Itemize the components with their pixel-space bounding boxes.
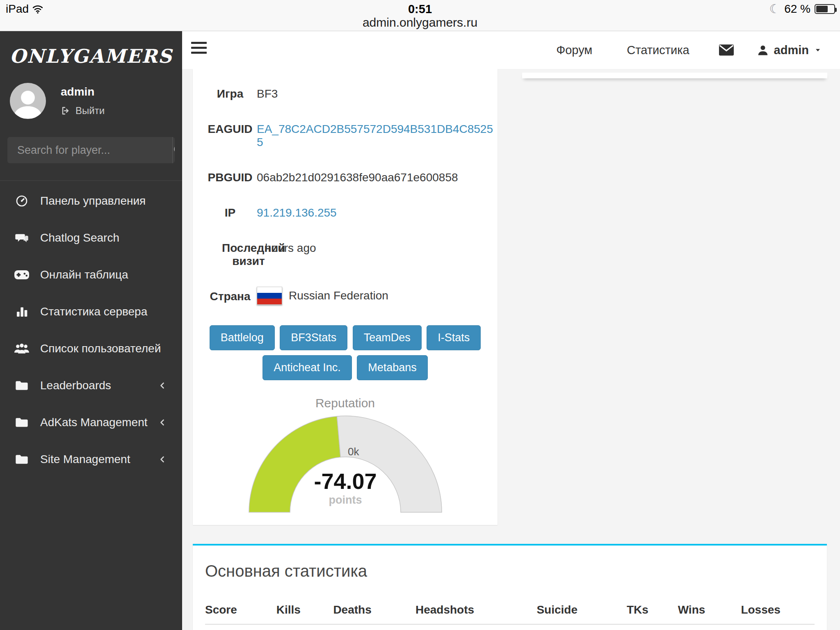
folder-icon	[12, 416, 31, 429]
metabans-button[interactable]: Metabans	[357, 355, 428, 380]
search-button[interactable]	[172, 137, 175, 163]
row-label: Игра	[203, 87, 257, 100]
sidebar-username: admin	[61, 85, 105, 98]
sidebar-item-leaderboards[interactable]: Leaderboards	[0, 367, 182, 404]
external-links: Battlelog BF3Stats TeamDes I-Stats Antic…	[193, 324, 498, 381]
gauge-title: Reputation	[193, 396, 498, 410]
search-input[interactable]	[7, 137, 172, 163]
folder-icon	[12, 453, 31, 466]
person-icon	[10, 85, 46, 119]
chevron-left-icon	[158, 418, 167, 427]
gamepad-icon	[12, 269, 31, 281]
sidebar-menu: Панель управления Chatlog Search Онл	[0, 183, 182, 478]
info-row-country: Страна Russian Federation	[203, 279, 498, 316]
gauge-value: -74.07	[314, 469, 377, 493]
row-label: Страна	[203, 290, 257, 303]
col-score: Score	[205, 603, 276, 616]
chevron-left-icon	[158, 381, 167, 390]
moon-icon: ☾	[769, 3, 780, 15]
dashboard-icon	[12, 194, 31, 208]
sidebar-item-label: AdKats Management	[40, 416, 148, 429]
caret-down-icon	[814, 46, 822, 54]
eaguid-link[interactable]: EA_78C2ACD2B557572D594B531DB4C85255	[257, 123, 498, 149]
player-info-card: Игра BF3 EAGUID EA_78C2ACD2B557572D594B5…	[193, 69, 498, 525]
col-wins: Wins	[678, 603, 741, 616]
row-value: BF3	[257, 87, 278, 100]
bar-chart-icon	[12, 305, 31, 318]
top-navbar: Форум Статистика admin	[182, 31, 840, 69]
battlelog-button[interactable]: Battlelog	[210, 325, 275, 350]
ip-link[interactable]: 91.219.136.255	[257, 206, 337, 219]
envelope-icon[interactable]	[707, 44, 746, 56]
row-label: PBGUID	[203, 171, 257, 184]
sidebar-item-label: Статистика сервера	[40, 305, 147, 318]
col-suicide: Suicide	[536, 603, 627, 616]
sidebar: ONLYGAMERS admin Выйти	[0, 31, 182, 630]
user-panel: admin Выйти	[10, 83, 182, 119]
battery-icon	[815, 4, 835, 14]
nav-statistics[interactable]: Статистика	[609, 43, 706, 57]
folder-icon	[12, 379, 31, 392]
info-row-game: Игра BF3	[203, 76, 498, 112]
row-label: EAGUID	[203, 123, 257, 136]
stats-section-title: Основная статистика	[193, 546, 827, 580]
right-panel-top	[522, 73, 827, 78]
gauge-units: points	[329, 494, 362, 506]
logout-label: Выйти	[75, 105, 105, 116]
sidebar-item-server-stats[interactable]: Статистика сервера	[0, 293, 182, 330]
stats-table-header: Score Kills Deaths Headshots Suicide TKs…	[205, 603, 815, 625]
sidebar-item-label: Chatlog Search	[40, 231, 119, 244]
person-icon	[757, 44, 769, 56]
player-search	[7, 137, 175, 163]
sidebar-item-label: Site Management	[40, 453, 130, 466]
sidebar-item-adkats-management[interactable]: AdKats Management	[0, 404, 182, 441]
istats-button[interactable]: I-Stats	[427, 325, 481, 350]
clock: 0:51	[0, 2, 840, 16]
country-name: Russian Federation	[289, 289, 388, 302]
col-kills: Kills	[276, 603, 333, 616]
ios-status-bar: iPad 0:51 ☾ 62 % admin.onlygamers.ru	[0, 0, 840, 31]
gauge-fill-arc	[249, 416, 340, 512]
bf3stats-button[interactable]: BF3Stats	[280, 325, 347, 350]
sidebar-item-label: Онлайн таблица	[40, 268, 128, 281]
sidebar-item-chatlog-search[interactable]: Chatlog Search	[0, 219, 182, 256]
col-losses: Losses	[741, 603, 815, 616]
reputation-gauge: Reputation 0k -74.07 points	[193, 396, 498, 518]
sign-out-icon	[61, 106, 71, 116]
main-stats-card: Основная статистика Score Kills Deaths H…	[193, 544, 827, 630]
col-deaths: Deaths	[333, 603, 415, 616]
users-icon	[12, 342, 31, 355]
address-bar[interactable]: admin.onlygamers.ru	[0, 16, 840, 30]
info-row-eaguid: EAGUID EA_78C2ACD2B557572D594B531DB4C852…	[203, 112, 498, 160]
anticheat-button[interactable]: Anticheat Inc.	[262, 355, 352, 380]
user-menu-label: admin	[774, 43, 809, 57]
info-row-ip: IP 91.219.136.255	[203, 195, 498, 231]
nav-forum[interactable]: Форум	[539, 43, 609, 57]
search-icon	[173, 144, 175, 156]
sidebar-item-site-management[interactable]: Site Management	[0, 441, 182, 478]
site-logo[interactable]: ONLYGAMERS	[0, 45, 182, 67]
teamdes-button[interactable]: TeamDes	[353, 325, 422, 350]
battery-percent: 62 %	[784, 2, 810, 16]
russia-flag-icon	[257, 287, 282, 305]
chevron-left-icon	[158, 454, 167, 464]
sidebar-item-user-list[interactable]: Список пользователей	[0, 330, 182, 367]
avatar	[10, 83, 46, 119]
user-menu[interactable]: admin	[746, 43, 829, 57]
sidebar-item-online-table[interactable]: Онлайн таблица	[0, 256, 182, 293]
info-row-pbguid: PBGUID 06ab2b21d0291638fe90aa671e600858	[203, 160, 498, 195]
sidebar-item-label: Список пользователей	[40, 342, 161, 355]
comments-icon	[12, 231, 31, 244]
gauge-tick-label: 0k	[348, 445, 359, 458]
sidebar-item-label: Панель управления	[40, 194, 146, 208]
row-value: hours ago	[265, 242, 316, 254]
main-content: Игра BF3 EAGUID EA_78C2ACD2B557572D594B5…	[182, 69, 840, 630]
hamburger-icon[interactable]	[191, 42, 207, 57]
row-label: IP	[203, 206, 257, 219]
sidebar-item-label: Leaderboards	[40, 379, 111, 392]
col-headshots: Headshots	[415, 603, 536, 616]
sidebar-divider	[0, 180, 182, 181]
logout-button[interactable]: Выйти	[61, 105, 105, 116]
sidebar-item-dashboard[interactable]: Панель управления	[0, 183, 182, 219]
col-tks: TKs	[627, 603, 678, 616]
